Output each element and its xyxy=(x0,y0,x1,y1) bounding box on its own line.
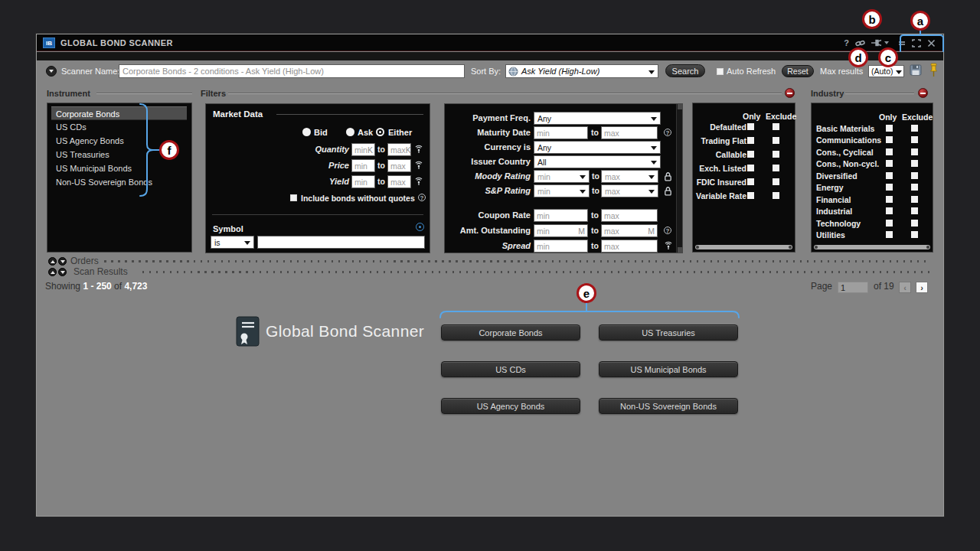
ask-radio[interactable] xyxy=(346,128,354,136)
maturity-max-input[interactable]: max xyxy=(601,126,658,139)
maturity-min-input[interactable]: min xyxy=(534,126,588,139)
instrument-item[interactable]: US Municipal Bonds xyxy=(51,161,187,175)
currency-dropdown[interactable]: Any xyxy=(534,141,661,154)
amt-max-input[interactable]: maxM xyxy=(601,224,658,237)
communications-exclude-checkbox[interactable] xyxy=(911,136,918,143)
fdic-insured-only-checkbox[interactable] xyxy=(747,178,754,185)
reset-button[interactable]: Reset xyxy=(782,65,814,77)
quick-us-cds-button[interactable]: US CDs xyxy=(441,361,580,377)
yield-min-input[interactable]: min xyxy=(351,175,375,188)
price-max-input[interactable]: max xyxy=(387,159,411,172)
orders-pane-label[interactable]: Orders xyxy=(70,256,99,266)
energy-exclude-checkbox[interactable] xyxy=(911,184,918,191)
quick-us-municipal-bonds-button[interactable]: US Municipal Bonds xyxy=(599,361,738,377)
issuer-country-dropdown[interactable]: All xyxy=(534,155,661,168)
trading-flat-exclude-checkbox[interactable] xyxy=(773,137,779,144)
price-min-input[interactable]: min xyxy=(351,159,375,172)
utilities-exclude-checkbox[interactable] xyxy=(911,231,918,238)
variable-rate-only-checkbox[interactable] xyxy=(747,192,754,199)
quick-non-us-sovereign-bonds-button[interactable]: Non-US Sovereign Bonds xyxy=(599,398,738,414)
coupon-min-input[interactable]: min xyxy=(534,209,588,222)
cons-cyclical-only-checkbox[interactable] xyxy=(886,148,893,155)
basic-materials-exclude-checkbox[interactable] xyxy=(911,125,918,132)
pin-window-icon[interactable] xyxy=(871,39,889,47)
scroll-up-arrow[interactable] xyxy=(678,104,682,109)
bid-radio[interactable] xyxy=(302,128,311,136)
moody-min-dropdown[interactable]: min xyxy=(534,170,590,183)
scanner-name-input[interactable]: Corporate Bonds - 2 conditions - Ask Yie… xyxy=(119,64,465,78)
financial-only-checkbox[interactable] xyxy=(886,196,893,203)
close-button[interactable] xyxy=(927,39,936,47)
next-page-button[interactable]: › xyxy=(916,282,928,293)
include-without-quotes-checkbox[interactable] xyxy=(290,194,297,201)
amt-min-input[interactable]: minM xyxy=(534,224,588,237)
instrument-item[interactable]: US CDs xyxy=(51,120,187,134)
exch-listed-only-checkbox[interactable] xyxy=(747,165,754,171)
symbol-input[interactable] xyxy=(257,236,425,249)
exch-listed-exclude-checkbox[interactable] xyxy=(773,165,779,171)
flags-horizontal-scrollbar[interactable] xyxy=(695,245,792,249)
utilities-only-checkbox[interactable] xyxy=(886,231,893,238)
callable-exclude-checkbox[interactable] xyxy=(773,151,779,158)
moody-max-dropdown[interactable]: max xyxy=(601,170,658,183)
maximize-button[interactable] xyxy=(912,39,921,47)
technology-only-checkbox[interactable] xyxy=(886,220,893,227)
payment-freq-dropdown[interactable]: Any xyxy=(534,112,661,125)
collapse-filters-button[interactable] xyxy=(785,88,795,98)
defaulted-only-checkbox[interactable] xyxy=(747,123,754,130)
minimize-button[interactable] xyxy=(898,40,906,46)
industrial-exclude-checkbox[interactable] xyxy=(911,207,918,214)
page-number-input[interactable]: 1 xyxy=(838,282,868,293)
instrument-item[interactable]: Non-US Sovereign Bonds xyxy=(51,175,187,189)
diversified-exclude-checkbox[interactable] xyxy=(911,172,918,179)
either-radio[interactable] xyxy=(376,128,384,136)
auto-refresh-checkbox[interactable] xyxy=(717,68,724,75)
spread-max-input[interactable]: max xyxy=(601,240,658,253)
cons-non-cycl-only-checkbox[interactable] xyxy=(886,160,893,167)
yield-max-input[interactable]: max xyxy=(387,175,411,188)
orders-pane-up-button[interactable] xyxy=(48,257,57,266)
sp-max-dropdown[interactable]: max xyxy=(601,184,658,197)
collapse-industry-button[interactable] xyxy=(918,88,928,98)
cons-non-cycl-exclude-checkbox[interactable] xyxy=(911,160,918,167)
cons-cyclical-exclude-checkbox[interactable] xyxy=(911,148,918,155)
collapse-toolbar-button[interactable] xyxy=(46,66,57,77)
defaulted-exclude-checkbox[interactable] xyxy=(773,123,779,130)
quantity-min-input[interactable]: minK xyxy=(351,143,375,156)
sp-min-dropdown[interactable]: min xyxy=(534,184,590,197)
diversified-only-checkbox[interactable] xyxy=(886,172,893,179)
scan-results-pane-label[interactable]: Scan Results xyxy=(74,266,128,277)
pin-button-icon[interactable] xyxy=(929,63,938,78)
symbol-operator-dropdown[interactable]: is xyxy=(211,236,254,249)
link-windows-icon[interactable] xyxy=(855,39,865,47)
scroll-down-arrow[interactable] xyxy=(678,247,682,253)
financial-exclude-checkbox[interactable] xyxy=(911,196,918,203)
sort-by-dropdown[interactable]: Ask Yield (High-Low) xyxy=(505,64,658,78)
scroll-right-arrow[interactable] xyxy=(789,246,792,249)
scroll-left-arrow[interactable] xyxy=(815,246,818,249)
quick-us-treasuries-button[interactable]: US Treasuries xyxy=(599,324,738,341)
quick-us-agency-bonds-button[interactable]: US Agency Bonds xyxy=(441,398,580,414)
scroll-left-arrow[interactable] xyxy=(696,246,699,249)
orders-pane-down-button[interactable] xyxy=(58,257,67,266)
industry-horizontal-scrollbar[interactable] xyxy=(814,245,930,249)
previous-page-button[interactable]: ‹ xyxy=(899,282,911,293)
coupon-max-input[interactable]: max xyxy=(601,209,658,222)
target-icon[interactable] xyxy=(416,223,424,231)
technology-exclude-checkbox[interactable] xyxy=(911,220,918,227)
quantity-max-input[interactable]: maxK xyxy=(387,143,411,156)
filters-vertical-scrollbar[interactable] xyxy=(676,104,682,253)
help-icon[interactable]: ? xyxy=(844,38,849,47)
basic-materials-only-checkbox[interactable] xyxy=(886,125,893,132)
scan-results-pane-up-button[interactable] xyxy=(48,268,57,276)
callable-only-checkbox[interactable] xyxy=(747,151,754,158)
variable-rate-exclude-checkbox[interactable] xyxy=(773,192,779,199)
communications-only-checkbox[interactable] xyxy=(886,136,893,143)
scan-results-pane-down-button[interactable] xyxy=(58,268,67,276)
energy-only-checkbox[interactable] xyxy=(886,184,893,191)
save-icon[interactable] xyxy=(910,64,922,76)
fdic-insured-exclude-checkbox[interactable] xyxy=(773,178,779,185)
instrument-item[interactable]: Corporate Bonds xyxy=(51,106,187,120)
trading-flat-only-checkbox[interactable] xyxy=(747,137,754,144)
search-button[interactable]: Search xyxy=(665,64,705,77)
